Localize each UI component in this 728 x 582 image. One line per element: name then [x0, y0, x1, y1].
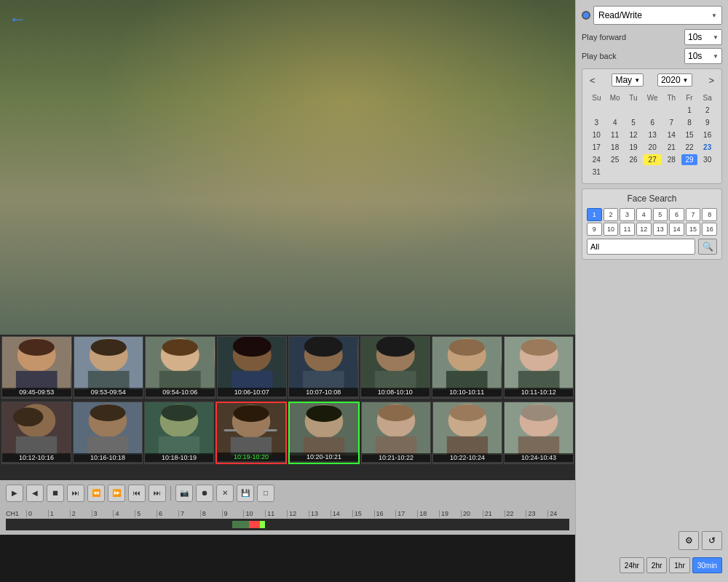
cal-cell[interactable]: 20	[643, 142, 662, 153]
fast-fwd-btn[interactable]: ⏩	[108, 485, 125, 502]
face-num-6[interactable]: 6	[669, 208, 684, 221]
thumb-1018[interactable]: 10:18-10:19	[144, 402, 214, 464]
cal-cell[interactable]: 13	[643, 129, 662, 140]
cal-cell[interactable]: 25	[606, 154, 624, 165]
cal-cell[interactable]: 22	[681, 142, 698, 153]
face-num-3[interactable]: 3	[620, 208, 635, 221]
face-search-all-input[interactable]	[587, 239, 695, 255]
thumb-1011[interactable]: 10:11-10:12	[504, 336, 574, 399]
skip-end-btn[interactable]: ⏭	[149, 485, 166, 502]
timeline-track[interactable]	[6, 519, 569, 530]
stop-btn[interactable]: ⏹	[47, 485, 64, 502]
thumb-1006[interactable]: 10:06-10:07	[217, 336, 288, 399]
square-btn[interactable]: □	[257, 485, 274, 502]
thumb-0953[interactable]: 09:53-09:54	[74, 336, 144, 399]
cal-cell[interactable]	[643, 167, 662, 178]
cal-cell-selected[interactable]: 29	[681, 154, 698, 165]
face-num-10[interactable]: 10	[604, 223, 619, 236]
cal-cell[interactable]: 15	[681, 129, 698, 140]
thumb-1012[interactable]: 10:12-10:16	[1, 402, 71, 464]
cal-cell[interactable]	[681, 167, 698, 178]
thumb-1019[interactable]: 10:19-10:20	[215, 402, 287, 464]
cal-month-dropdown[interactable]: May ▼	[612, 73, 644, 87]
cal-cell[interactable]: 12	[625, 129, 642, 140]
cal-cell[interactable]: 28	[663, 154, 680, 165]
cal-cell[interactable]: 14	[663, 129, 680, 140]
thumb-1024[interactable]: 10:24-10:43	[504, 402, 574, 464]
thumb-1020[interactable]: 10:20-10:21	[288, 402, 360, 464]
cal-prev-btn[interactable]: <	[587, 75, 598, 86]
cal-cell[interactable]	[663, 167, 680, 178]
thumb-1007[interactable]: 10:07-10:08	[288, 336, 359, 399]
face-num-7[interactable]: 7	[686, 208, 701, 221]
face-num-8[interactable]: 8	[702, 208, 717, 221]
back-button[interactable]: ←	[9, 9, 26, 29]
cal-cell[interactable]: 3	[588, 117, 605, 128]
play-btn[interactable]: ▶	[6, 485, 23, 502]
cal-cell[interactable]: 16	[699, 129, 716, 140]
thumb-1008[interactable]: 10:08-10:10	[360, 336, 431, 399]
face-num-5[interactable]: 5	[653, 208, 668, 221]
thumb-1022[interactable]: 10:22-10:24	[432, 402, 502, 464]
cal-cell[interactable]: 7	[663, 117, 680, 128]
thumb-0945[interactable]: 09:45-09:53	[1, 336, 72, 399]
cal-cell[interactable]: 17	[588, 142, 605, 153]
rewind-btn[interactable]: ◀	[26, 485, 44, 502]
face-num-14[interactable]: 14	[669, 223, 684, 236]
cal-cell-today[interactable]: 27	[643, 154, 662, 165]
zoom-2hr[interactable]: 2hr	[646, 557, 667, 573]
rw-radio[interactable]	[582, 11, 590, 20]
face-num-11[interactable]: 11	[620, 223, 635, 236]
face-num-2[interactable]: 2	[604, 208, 619, 221]
cal-cell[interactable]: 24	[588, 154, 605, 165]
play-back-select[interactable]: 10s ▼	[684, 48, 722, 64]
cal-cell[interactable]	[643, 105, 662, 116]
zoom-30min[interactable]: 30min	[692, 557, 722, 573]
cal-cell[interactable]	[606, 167, 624, 178]
cal-next-btn[interactable]: >	[705, 75, 717, 86]
play-forward-select[interactable]: 10s ▼	[684, 29, 722, 45]
face-num-4[interactable]: 4	[636, 208, 652, 221]
thumb-1021[interactable]: 10:21-10:22	[361, 402, 431, 464]
cal-cell[interactable]	[663, 105, 680, 116]
cal-cell[interactable]: 11	[606, 129, 624, 140]
rw-dropdown[interactable]: Read/Write ▼	[593, 6, 722, 25]
face-search-btn[interactable]: 🔍	[698, 239, 717, 255]
thumb-0954[interactable]: 09:54-10:06	[145, 336, 215, 399]
cal-year-dropdown[interactable]: 2020 ▼	[657, 73, 692, 87]
face-num-16[interactable]: 16	[702, 223, 717, 236]
zoom-1hr[interactable]: 1hr	[669, 557, 689, 573]
refresh-btn[interactable]: ↺	[702, 531, 722, 550]
cal-cell[interactable]: 9	[699, 117, 716, 128]
close-btn[interactable]: ✕	[216, 485, 234, 502]
cal-cell-has-data[interactable]: 23	[699, 142, 716, 153]
cal-cell[interactable]	[699, 167, 716, 178]
cal-cell[interactable]: 5	[625, 117, 642, 128]
thumb-1010[interactable]: 10:10-10:11	[432, 336, 502, 399]
fast-rev-btn[interactable]: ⏪	[87, 485, 105, 502]
cal-cell[interactable]: 2	[699, 105, 716, 116]
thumb-1016[interactable]: 10:16-10:18	[73, 402, 143, 464]
cal-cell[interactable]: 8	[681, 117, 698, 128]
face-num-13[interactable]: 13	[653, 223, 668, 236]
cal-cell[interactable]: 19	[625, 142, 642, 153]
cal-cell[interactable]	[606, 105, 624, 116]
zoom-24hr[interactable]: 24hr	[620, 557, 644, 573]
face-num-15[interactable]: 15	[686, 223, 701, 236]
cal-cell[interactable]: 6	[643, 117, 662, 128]
cal-cell[interactable]: 21	[663, 142, 680, 153]
face-num-9[interactable]: 9	[587, 223, 602, 236]
face-num-1[interactable]: 1	[587, 208, 602, 221]
settings-btn[interactable]: ⚙	[678, 531, 699, 550]
face-num-12[interactable]: 12	[636, 223, 652, 236]
cal-cell[interactable]: 30	[699, 154, 716, 165]
snapshot-btn[interactable]: 📷	[175, 485, 193, 502]
cal-cell[interactable]: 31	[588, 167, 605, 178]
cal-cell[interactable]: 26	[625, 154, 642, 165]
cal-cell[interactable]: 18	[606, 142, 624, 153]
cal-cell[interactable]	[625, 105, 642, 116]
cal-cell[interactable]: 4	[606, 117, 624, 128]
cal-cell[interactable]: 10	[588, 129, 605, 140]
cal-cell[interactable]	[588, 105, 605, 116]
cal-cell[interactable]	[625, 167, 642, 178]
